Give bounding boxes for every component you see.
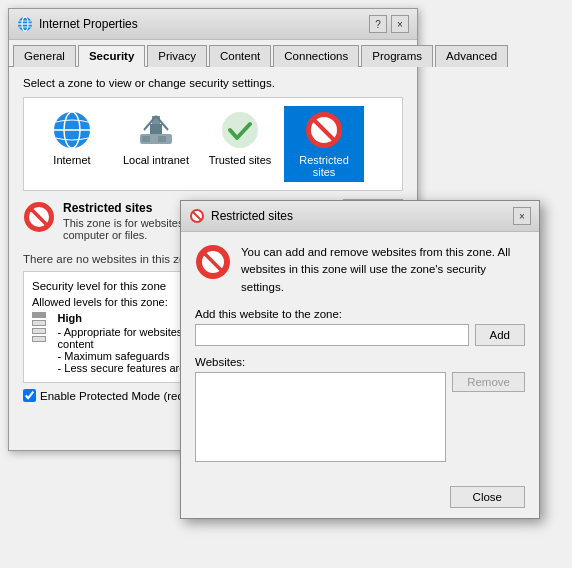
dialog-content: You can add and remove websites from thi… <box>181 232 539 480</box>
zone-item-restricted[interactable]: Restricted sites <box>284 106 364 182</box>
internet-zone-label: Internet <box>53 154 90 166</box>
dialog-header-icon <box>195 244 231 280</box>
add-button[interactable]: Add <box>475 324 525 346</box>
slider-mark-1 <box>32 312 46 318</box>
internet-zone-icon <box>52 110 92 150</box>
tab-general[interactable]: General <box>13 45 76 67</box>
protected-mode-checkbox[interactable] <box>23 389 36 402</box>
zone-item-intranet[interactable]: Local intranet <box>116 106 196 182</box>
title-bar-left: Internet Properties <box>17 16 138 32</box>
trusted-zone-label: Trusted sites <box>209 154 272 166</box>
websites-listbox[interactable] <box>195 372 446 462</box>
slider-mark-3 <box>32 328 46 334</box>
dialog-icon <box>189 208 205 224</box>
svg-rect-9 <box>150 124 162 134</box>
title-bar: Internet Properties ? × <box>9 9 417 40</box>
zone-info-icon <box>23 201 55 233</box>
zones-row: Internet Local intranet <box>23 97 403 191</box>
zone-item-internet[interactable]: Internet <box>32 106 112 182</box>
add-row: Add <box>195 324 525 346</box>
ie-icon <box>17 16 33 32</box>
close-button[interactable]: × <box>391 15 409 33</box>
intranet-zone-label: Local intranet <box>123 154 189 166</box>
websites-label: Websites: <box>195 356 525 368</box>
tab-security[interactable]: Security <box>78 45 145 67</box>
restricted-zone-label: Restricted sites <box>288 154 360 178</box>
tab-content[interactable]: Content <box>209 45 271 67</box>
tab-privacy[interactable]: Privacy <box>147 45 207 67</box>
tab-programs[interactable]: Programs <box>361 45 433 67</box>
trusted-zone-icon <box>220 110 260 150</box>
zone-description: Select a zone to view or change security… <box>23 77 403 89</box>
zone-item-trusted[interactable]: Trusted sites <box>200 106 280 182</box>
window-title: Internet Properties <box>39 17 138 31</box>
tabs-bar: General Security Privacy Content Connect… <box>9 40 417 67</box>
tab-advanced[interactable]: Advanced <box>435 45 508 67</box>
add-website-input[interactable] <box>195 324 469 346</box>
dialog-header: You can add and remove websites from thi… <box>195 244 525 296</box>
help-button[interactable]: ? <box>369 15 387 33</box>
restricted-sites-dialog: Restricted sites × You can add and remov… <box>180 200 540 519</box>
slider-track[interactable] <box>32 312 50 342</box>
svg-point-15 <box>222 112 258 148</box>
restricted-zone-icon <box>304 110 344 150</box>
svg-rect-14 <box>158 136 166 142</box>
intranet-zone-icon <box>136 110 176 150</box>
remove-button[interactable]: Remove <box>452 372 525 392</box>
dialog-close-button[interactable]: × <box>513 207 531 225</box>
dialog-header-text: You can add and remove websites from thi… <box>241 244 525 296</box>
slider-mark-4 <box>32 336 46 342</box>
tab-connections[interactable]: Connections <box>273 45 359 67</box>
dialog-title: Restricted sites <box>211 209 293 223</box>
add-label: Add this website to the zone: <box>195 308 525 320</box>
dialog-bottom: Close <box>181 480 539 518</box>
slider-mark-2 <box>32 320 46 326</box>
title-controls: ? × <box>369 15 409 33</box>
close-dialog-button[interactable]: Close <box>450 486 525 508</box>
dialog-title-bar: Restricted sites × <box>181 201 539 232</box>
svg-rect-13 <box>142 136 150 142</box>
